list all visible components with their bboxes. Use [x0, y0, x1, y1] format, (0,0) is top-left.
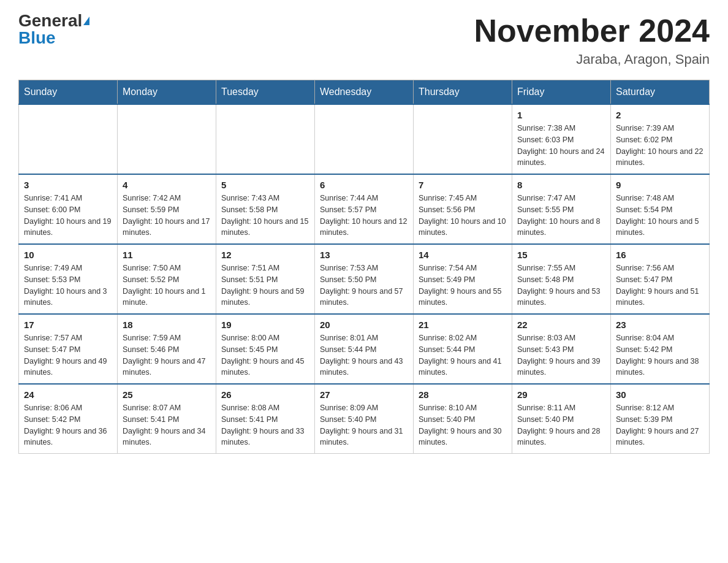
calendar-week-row: 3Sunrise: 7:41 AMSunset: 6:00 PMDaylight… — [19, 174, 710, 244]
calendar-day-cell: 6Sunrise: 7:44 AMSunset: 5:57 PMDaylight… — [315, 174, 414, 244]
header: General Blue November 2024 Jaraba, Arago… — [18, 12, 710, 67]
calendar-day-cell: 24Sunrise: 8:06 AMSunset: 5:42 PMDayligh… — [19, 384, 118, 454]
logo-general-text: General — [18, 12, 82, 29]
calendar-day-cell: 16Sunrise: 7:56 AMSunset: 5:47 PMDayligh… — [611, 244, 710, 314]
day-number: 9 — [616, 180, 704, 190]
calendar-day-cell: 30Sunrise: 8:12 AMSunset: 5:39 PMDayligh… — [611, 384, 710, 454]
day-info: Sunrise: 7:51 AMSunset: 5:51 PMDaylight:… — [221, 262, 309, 308]
day-info: Sunrise: 8:10 AMSunset: 5:40 PMDaylight:… — [419, 402, 507, 448]
day-info: Sunrise: 7:53 AMSunset: 5:50 PMDaylight:… — [320, 262, 408, 308]
day-number: 1 — [517, 110, 605, 120]
day-info: Sunrise: 7:54 AMSunset: 5:49 PMDaylight:… — [419, 262, 507, 308]
calendar-day-cell: 19Sunrise: 8:00 AMSunset: 5:45 PMDayligh… — [216, 314, 315, 384]
day-info: Sunrise: 8:03 AMSunset: 5:43 PMDaylight:… — [517, 332, 605, 378]
day-number: 14 — [419, 250, 507, 260]
day-number: 5 — [221, 180, 309, 190]
day-number: 3 — [24, 180, 112, 190]
day-number: 22 — [517, 320, 605, 330]
day-info: Sunrise: 7:56 AMSunset: 5:47 PMDaylight:… — [616, 262, 704, 308]
day-number: 28 — [419, 389, 507, 400]
day-number: 6 — [320, 180, 408, 190]
day-number: 26 — [221, 389, 309, 400]
calendar-day-cell: 14Sunrise: 7:54 AMSunset: 5:49 PMDayligh… — [414, 244, 512, 314]
calendar-day-cell: 23Sunrise: 8:04 AMSunset: 5:42 PMDayligh… — [611, 314, 710, 384]
day-number: 21 — [419, 320, 507, 330]
day-number: 16 — [616, 250, 704, 260]
calendar-day-cell: 26Sunrise: 8:08 AMSunset: 5:41 PMDayligh… — [216, 384, 315, 454]
day-info: Sunrise: 8:07 AMSunset: 5:41 PMDaylight:… — [123, 402, 211, 448]
calendar-day-cell: 13Sunrise: 7:53 AMSunset: 5:50 PMDayligh… — [315, 244, 414, 314]
calendar-weekday-header: Sunday — [19, 80, 118, 105]
calendar-week-row: 24Sunrise: 8:06 AMSunset: 5:42 PMDayligh… — [19, 384, 710, 454]
day-number: 8 — [517, 180, 605, 190]
calendar-day-cell: 17Sunrise: 7:57 AMSunset: 5:47 PMDayligh… — [19, 314, 118, 384]
calendar-weekday-header: Monday — [118, 80, 216, 105]
calendar-day-cell: 11Sunrise: 7:50 AMSunset: 5:52 PMDayligh… — [118, 244, 216, 314]
calendar-weekday-header: Friday — [512, 80, 611, 105]
day-info: Sunrise: 7:39 AMSunset: 6:02 PMDaylight:… — [616, 123, 704, 169]
calendar-day-cell — [118, 104, 216, 174]
day-info: Sunrise: 7:38 AMSunset: 6:03 PMDaylight:… — [517, 123, 605, 169]
calendar-day-cell — [315, 104, 414, 174]
calendar-day-cell: 21Sunrise: 8:02 AMSunset: 5:44 PMDayligh… — [414, 314, 512, 384]
day-info: Sunrise: 7:44 AMSunset: 5:57 PMDaylight:… — [320, 193, 408, 239]
day-number: 24 — [24, 389, 112, 400]
calendar-day-cell: 18Sunrise: 7:59 AMSunset: 5:46 PMDayligh… — [118, 314, 216, 384]
day-number: 10 — [24, 250, 112, 260]
calendar-day-cell: 2Sunrise: 7:39 AMSunset: 6:02 PMDaylight… — [611, 104, 710, 174]
calendar-weekday-header: Saturday — [611, 80, 710, 105]
calendar-weekday-header: Thursday — [414, 80, 512, 105]
page-title: November 2024 — [474, 12, 710, 49]
day-number: 17 — [24, 320, 112, 330]
calendar-day-cell — [414, 104, 512, 174]
day-number: 4 — [123, 180, 211, 190]
calendar-day-cell: 20Sunrise: 8:01 AMSunset: 5:44 PMDayligh… — [315, 314, 414, 384]
day-info: Sunrise: 8:12 AMSunset: 5:39 PMDaylight:… — [616, 402, 704, 448]
calendar-week-row: 17Sunrise: 7:57 AMSunset: 5:47 PMDayligh… — [19, 314, 710, 384]
calendar-day-cell: 1Sunrise: 7:38 AMSunset: 6:03 PMDaylight… — [512, 104, 611, 174]
calendar-day-cell: 8Sunrise: 7:47 AMSunset: 5:55 PMDaylight… — [512, 174, 611, 244]
day-number: 15 — [517, 250, 605, 260]
calendar-day-cell — [216, 104, 315, 174]
day-info: Sunrise: 7:47 AMSunset: 5:55 PMDaylight:… — [517, 193, 605, 239]
day-info: Sunrise: 8:08 AMSunset: 5:41 PMDaylight:… — [221, 402, 309, 448]
calendar-day-cell: 3Sunrise: 7:41 AMSunset: 6:00 PMDaylight… — [19, 174, 118, 244]
day-info: Sunrise: 7:42 AMSunset: 5:59 PMDaylight:… — [123, 193, 211, 239]
calendar-day-cell: 27Sunrise: 8:09 AMSunset: 5:40 PMDayligh… — [315, 384, 414, 454]
day-info: Sunrise: 8:00 AMSunset: 5:45 PMDaylight:… — [221, 332, 309, 378]
day-number: 12 — [221, 250, 309, 260]
calendar-day-cell: 7Sunrise: 7:45 AMSunset: 5:56 PMDaylight… — [414, 174, 512, 244]
day-info: Sunrise: 8:11 AMSunset: 5:40 PMDaylight:… — [517, 402, 605, 448]
calendar-table: SundayMondayTuesdayWednesdayThursdayFrid… — [18, 80, 710, 454]
day-number: 2 — [616, 110, 704, 120]
calendar-day-cell — [19, 104, 118, 174]
logo-blue-text: Blue — [18, 29, 56, 47]
day-info: Sunrise: 7:50 AMSunset: 5:52 PMDaylight:… — [123, 262, 211, 308]
day-info: Sunrise: 7:41 AMSunset: 6:00 PMDaylight:… — [24, 193, 112, 239]
day-number: 25 — [123, 389, 211, 400]
day-info: Sunrise: 7:59 AMSunset: 5:46 PMDaylight:… — [123, 332, 211, 378]
day-number: 18 — [123, 320, 211, 330]
calendar-day-cell: 5Sunrise: 7:43 AMSunset: 5:58 PMDaylight… — [216, 174, 315, 244]
logo: General Blue — [18, 12, 89, 47]
location-subtitle: Jaraba, Aragon, Spain — [474, 52, 710, 67]
day-info: Sunrise: 8:09 AMSunset: 5:40 PMDaylight:… — [320, 402, 408, 448]
day-info: Sunrise: 8:02 AMSunset: 5:44 PMDaylight:… — [419, 332, 507, 378]
calendar-day-cell: 15Sunrise: 7:55 AMSunset: 5:48 PMDayligh… — [512, 244, 611, 314]
calendar-weekday-header: Wednesday — [315, 80, 414, 105]
day-info: Sunrise: 7:55 AMSunset: 5:48 PMDaylight:… — [517, 262, 605, 308]
calendar-day-cell: 28Sunrise: 8:10 AMSunset: 5:40 PMDayligh… — [414, 384, 512, 454]
day-number: 23 — [616, 320, 704, 330]
calendar-day-cell: 10Sunrise: 7:49 AMSunset: 5:53 PMDayligh… — [19, 244, 118, 314]
calendar-day-cell: 29Sunrise: 8:11 AMSunset: 5:40 PMDayligh… — [512, 384, 611, 454]
day-info: Sunrise: 8:06 AMSunset: 5:42 PMDaylight:… — [24, 402, 112, 448]
calendar-day-cell: 9Sunrise: 7:48 AMSunset: 5:54 PMDaylight… — [611, 174, 710, 244]
calendar-week-row: 10Sunrise: 7:49 AMSunset: 5:53 PMDayligh… — [19, 244, 710, 314]
calendar-weekday-header: Tuesday — [216, 80, 315, 105]
logo-triangle-icon — [83, 17, 89, 25]
day-info: Sunrise: 8:04 AMSunset: 5:42 PMDaylight:… — [616, 332, 704, 378]
day-number: 30 — [616, 389, 704, 400]
calendar-day-cell: 25Sunrise: 8:07 AMSunset: 5:41 PMDayligh… — [118, 384, 216, 454]
day-info: Sunrise: 7:45 AMSunset: 5:56 PMDaylight:… — [419, 193, 507, 239]
day-number: 11 — [123, 250, 211, 260]
